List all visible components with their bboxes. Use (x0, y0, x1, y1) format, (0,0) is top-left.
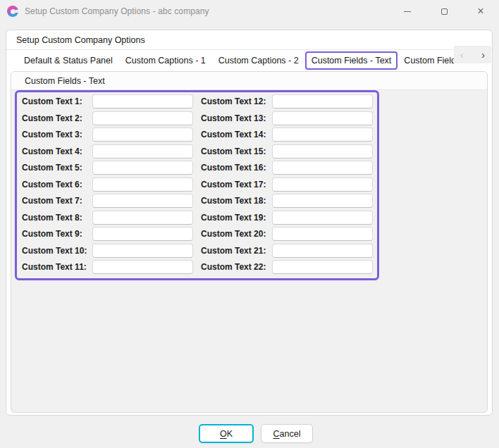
dialog-title: Setup Custom Company Options (16, 35, 145, 45)
custom-text-3-label: Custom Text 3: (22, 130, 92, 139)
dialog-header: Setup Custom Company Options (6, 30, 492, 50)
cancel-button[interactable]: Cancel (261, 424, 313, 443)
custom-text-9-input[interactable] (92, 227, 193, 241)
custom-text-7-input[interactable] (92, 194, 193, 208)
tab-custom-captions-1[interactable]: Custom Captions - 1 (119, 51, 212, 70)
custom-text-20-label: Custom Text 20: (201, 229, 272, 239)
custom-text-19-label: Custom Text 19: (201, 213, 272, 223)
maximize-icon (441, 8, 448, 15)
close-button[interactable]: × (462, 0, 499, 23)
custom-text-16-label: Custom Text 16: (201, 163, 272, 173)
tab-scroll-left-button[interactable]: ‹ (460, 50, 464, 60)
groupbox-header: Custom Fields - Text (11, 72, 487, 90)
custom-text-18-input[interactable] (272, 194, 373, 208)
custom-text-5-input[interactable] (92, 161, 193, 175)
fields-grid: Custom Text 1:Custom Text 12:Custom Text… (22, 94, 376, 275)
custom-text-2-label: Custom Text 2: (22, 113, 92, 123)
custom-text-12-label: Custom Text 12: (201, 97, 272, 106)
custom-text-7-label: Custom Text 7: (22, 196, 92, 206)
custom-text-9-label: Custom Text 9: (22, 229, 92, 239)
custom-text-20-input[interactable] (272, 227, 373, 241)
app-logo-icon (7, 6, 18, 17)
custom-text-22-input[interactable] (272, 260, 373, 274)
close-icon: × (477, 6, 483, 17)
tabstrip: Default & Status Panel Custom Captions -… (6, 50, 492, 71)
custom-text-8-label: Custom Text 8: (22, 213, 92, 223)
ok-button[interactable]: OK (199, 424, 254, 443)
custom-text-6-label: Custom Text 6: (22, 180, 92, 189)
custom-text-8-input[interactable] (92, 211, 193, 225)
custom-text-5-label: Custom Text 5: (22, 163, 92, 173)
custom-text-10-label: Custom Text 10: (22, 246, 92, 256)
dialog-panel: Setup Custom Company Options Default & S… (6, 30, 493, 416)
custom-text-1-input[interactable] (92, 94, 193, 108)
groupbox-title: Custom Fields - Text (25, 76, 105, 86)
custom-text-4-label: Custom Text 4: (22, 147, 92, 156)
custom-text-13-input[interactable] (272, 111, 373, 125)
custom-text-11-label: Custom Text 11: (22, 262, 92, 272)
custom-text-6-input[interactable] (92, 178, 193, 192)
custom-text-21-input[interactable] (272, 244, 373, 258)
maximize-button[interactable] (426, 0, 462, 23)
titlebar: Setup Custom Company Options - abc compa… (0, 0, 499, 23)
custom-text-18-label: Custom Text 18: (201, 196, 272, 206)
custom-text-15-input[interactable] (272, 144, 373, 158)
custom-text-17-label: Custom Text 17: (201, 180, 272, 189)
minimize-button[interactable] (389, 0, 426, 23)
custom-text-16-input[interactable] (272, 161, 373, 175)
tab-custom-captions-2[interactable]: Custom Captions - 2 (212, 51, 305, 70)
tab-scroll-controls: ‹ › (454, 46, 491, 63)
custom-text-21-label: Custom Text 21: (201, 246, 272, 256)
custom-text-14-input[interactable] (272, 127, 373, 142)
custom-text-2-input[interactable] (92, 111, 193, 125)
custom-text-12-input[interactable] (272, 94, 373, 108)
tab-custom-fields-text[interactable]: Custom Fields - Text (305, 51, 398, 70)
window-title: Setup Custom Company Options - abc compa… (25, 6, 209, 16)
tab-default-status-panel[interactable]: Default & Status Panel (18, 51, 119, 70)
custom-text-3-input[interactable] (92, 127, 193, 142)
custom-text-15-label: Custom Text 15: (201, 147, 272, 156)
custom-text-14-label: Custom Text 14: (201, 130, 272, 139)
custom-text-10-input[interactable] (92, 244, 193, 258)
custom-text-22-label: Custom Text 22: (201, 262, 272, 272)
window-controls: × (389, 0, 499, 23)
custom-text-1-label: Custom Text 1: (22, 97, 92, 106)
groupbox-custom-fields-text: Custom Fields - Text Custom Text 1:Custo… (11, 71, 488, 413)
custom-text-13-label: Custom Text 13: (201, 113, 272, 123)
custom-text-17-input[interactable] (272, 178, 373, 192)
custom-text-4-input[interactable] (92, 144, 193, 158)
tab-scroll-right-button[interactable]: › (481, 50, 485, 60)
custom-text-11-input[interactable] (92, 260, 193, 274)
dialog-button-row: OK Cancel (0, 424, 499, 443)
custom-text-19-input[interactable] (272, 211, 373, 225)
minimize-icon (404, 11, 411, 12)
custom-fields-panel: Custom Text 1:Custom Text 12:Custom Text… (15, 90, 379, 280)
